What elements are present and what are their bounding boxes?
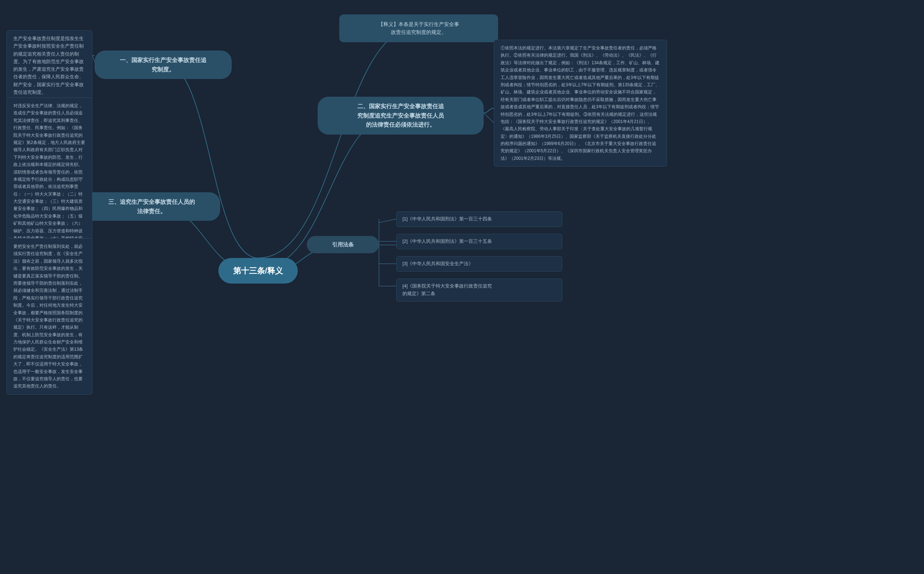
svg-line-9 — [484, 113, 494, 123]
center-node: 第十三条/释义 — [218, 258, 298, 284]
cite-item-1: [1]《中华人民共和国刑法》第一百三十四条 — [396, 211, 562, 227]
svg-line-1 — [379, 219, 396, 222]
l1-node-2: 二、国家实行生产安全事故责任追 究制度追究生产安全事故责任人员 的法律责任必须依… — [317, 97, 484, 134]
l1-node-1: 一、国家实行生产安全事故责任追 究制度。 — [95, 50, 232, 79]
cite-item-3: [3]《中华人民共和国安全生产法》 — [396, 256, 562, 272]
l2-top-left: 生产安全事故责任制度是指发生生产安全事故时按照安全生产责任制的规定追究相关责任人… — [6, 30, 92, 101]
l2-right-main: ①依照本法的规定进行。本法第六章规定了生产安全事故责任者的责任，必须严格执行。②… — [494, 40, 667, 167]
l1-node-3: 三、追究生产安全事故责任人员的 法律责任。 — [83, 192, 220, 221]
citation-hub-node: 引用法条 — [307, 236, 379, 253]
top-explain-node: 【释义】本条是关于实行生产安全事 故责任追究制度的规定。 — [339, 14, 498, 42]
l2-bottom-left: 要把安全生产责任制落到实处，就必须实行责任追究制度，在《安全生产法》颁布之前，国… — [6, 238, 92, 395]
cite-item-4: [4]《国务院关于特大安全事故行政责任追究 的规定》第二条 — [396, 279, 562, 301]
cite-item-2: [2]《中华人民共和国刑法》第一百三十五条 — [396, 234, 562, 249]
